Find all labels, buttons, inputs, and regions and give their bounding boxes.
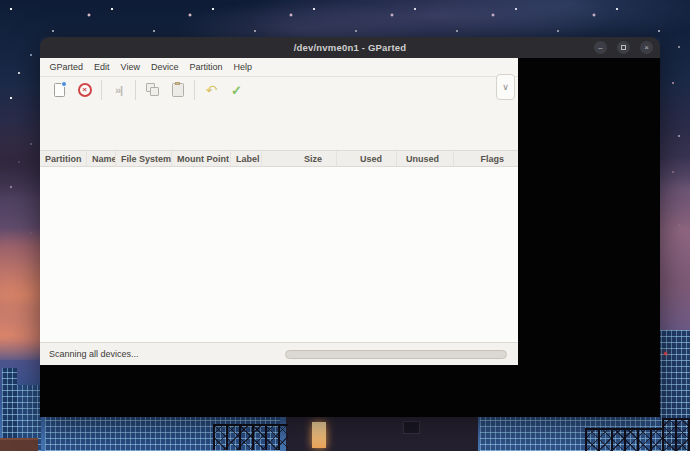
toolbar-separator (135, 80, 136, 100)
column-header-used[interactable]: Used (337, 151, 397, 166)
menu-view[interactable]: View (115, 60, 145, 74)
menu-device[interactable]: Device (145, 60, 184, 74)
window-title: /dev/nvme0n1 - GParted (294, 42, 407, 53)
column-header-partition[interactable]: Partition (40, 151, 87, 166)
menu-edit[interactable]: Edit (89, 60, 116, 74)
menubar: GParted Edit View Device Partition Help (40, 58, 518, 77)
wallpaper-railing (585, 428, 663, 451)
apply-button[interactable]: ✓ (224, 79, 249, 101)
paste-button[interactable] (165, 79, 190, 101)
maximize-button[interactable] (617, 41, 630, 54)
close-button[interactable]: × (640, 41, 653, 54)
window-controls: – × (594, 37, 653, 58)
delete-partition-button[interactable]: × (72, 79, 97, 101)
minimize-icon: – (598, 44, 602, 52)
titlebar[interactable]: /dev/nvme0n1 - GParted – × (40, 37, 660, 58)
window-body: GParted Edit View Device Partition Help … (40, 58, 660, 417)
wallpaper-awning (0, 438, 38, 451)
desktop-wallpaper: /dev/nvme0n1 - GParted – × GParted Edit … (0, 0, 690, 451)
menu-gparted[interactable]: GParted (44, 60, 89, 74)
new-badge-icon (61, 81, 67, 87)
column-header-mountpoint[interactable]: Mount Point (172, 151, 231, 166)
new-partition-button[interactable] (47, 79, 72, 101)
undo-icon: ↶ (206, 83, 218, 97)
chevron-down-icon: ∨ (502, 82, 509, 92)
resize-move-icon: »| (115, 84, 122, 96)
column-header-name[interactable]: Name (87, 151, 116, 166)
status-text: Scanning all devices... (49, 349, 139, 359)
column-header-unused[interactable]: Unused (397, 151, 454, 166)
undo-button[interactable]: ↶ (199, 79, 224, 101)
toolbar-separator (194, 80, 195, 100)
menu-partition[interactable]: Partition (184, 60, 228, 74)
menu-help[interactable]: Help (228, 60, 258, 74)
gparted-client-area: GParted Edit View Device Partition Help … (40, 58, 518, 365)
wallpaper-lit-window (312, 422, 326, 448)
wallpaper-dark-window (403, 421, 420, 434)
toolbar: × »| ↶ (40, 77, 518, 103)
gparted-window: /dev/nvme0n1 - GParted – × GParted Edit … (40, 37, 660, 417)
wallpaper-railing (662, 418, 690, 451)
resize-move-button[interactable]: »| (106, 79, 131, 101)
maximize-icon (621, 45, 626, 50)
column-header-filesystem[interactable]: File System (116, 151, 172, 166)
device-visual-area (40, 103, 518, 150)
wallpaper-antenna-light (664, 352, 667, 355)
minimize-button[interactable]: – (594, 41, 607, 54)
wallpaper-railing (213, 424, 288, 450)
new-partition-icon (54, 83, 65, 97)
partition-list[interactable] (40, 167, 518, 342)
column-header-size[interactable]: Size (262, 151, 337, 166)
apply-icon: ✓ (231, 84, 242, 97)
delete-icon: × (78, 83, 92, 97)
close-icon: × (644, 44, 649, 52)
column-header-flags[interactable]: Flags (454, 151, 518, 166)
copy-icon (146, 83, 160, 97)
toolbar-separator (101, 80, 102, 100)
paste-icon (172, 83, 184, 97)
scan-progressbar (285, 350, 507, 359)
partition-table-header: Partition Name File System Mount Point L… (40, 150, 518, 167)
column-header-label[interactable]: Label (231, 151, 262, 166)
device-selector-dropdown[interactable]: ∨ (496, 74, 515, 100)
copy-button[interactable] (140, 79, 165, 101)
statusbar: Scanning all devices... (40, 342, 518, 365)
